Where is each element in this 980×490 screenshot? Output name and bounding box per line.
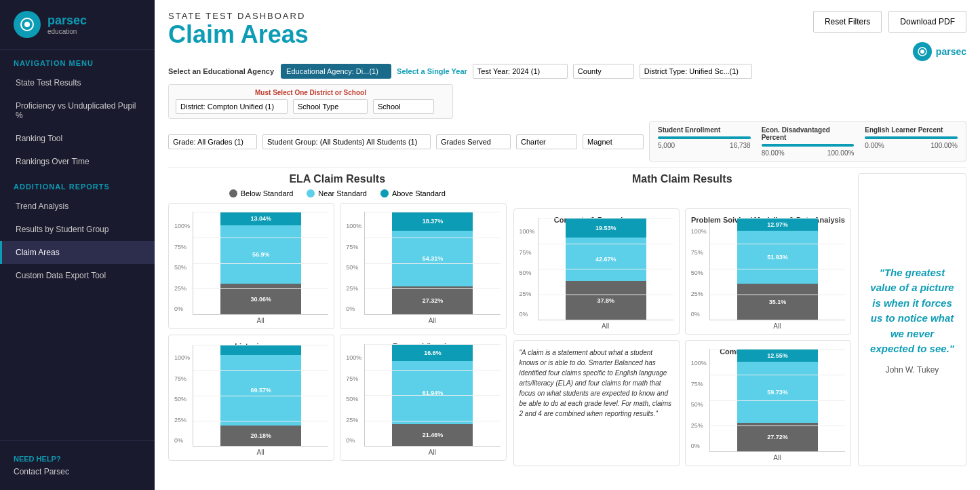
- research-bar-area: 21.46% 61.94% 16.6% All: [364, 354, 500, 456]
- comm-reasoning-chart: Communicating Reasoning 100%75%50%25%0%: [685, 340, 851, 466]
- research-chart: Research/Inquiry 100%75%50%25%0%: [340, 335, 506, 461]
- district-type-select[interactable]: District Type: Unified Sc...(1): [640, 64, 752, 79]
- brand-name: parsec: [47, 14, 87, 28]
- grid-line: [365, 421, 500, 421]
- listening-below-bar: 20.18%: [220, 426, 301, 446]
- sidebar-logo: parsec education: [0, 0, 155, 50]
- el-fill: [865, 136, 958, 139]
- agency-label: Select an Educational Agency: [168, 67, 274, 75]
- concepts-above-bar: 19.53%: [566, 218, 646, 238]
- grid-line: [538, 269, 673, 269]
- info-card: "A claim is a statement about what a stu…: [513, 340, 680, 466]
- grid-line: [365, 238, 500, 238]
- comm-reasoning-chart-body: 100%75%50%25%0% 27.72% 59.73%: [691, 360, 845, 461]
- district-select[interactable]: District: Compton Unified (1): [176, 99, 288, 114]
- grid-line-75: [193, 238, 328, 238]
- concepts-bar-area: 37.8% 42.67% 19.53% All: [538, 228, 673, 330]
- concepts-y-axis: 100%75%50%25%0%: [520, 228, 538, 330]
- school-type-select[interactable]: School Type: [293, 99, 368, 114]
- econ-slider-group: Econ. Disadvantaged Percent 80.00% 100.0…: [762, 126, 855, 157]
- grid-line: [365, 344, 500, 345]
- listening-near-bar: 69.57%: [220, 355, 301, 426]
- charter-select[interactable]: Charter: [516, 134, 577, 149]
- writing-y-axis: 100%75%50%25%0%: [346, 223, 364, 324]
- student-group-select[interactable]: Student Group: (All Students) All Studen…: [262, 134, 431, 149]
- writing-near-bar: 54.31%: [392, 231, 473, 286]
- el-values: 0.00% 100.00%: [865, 142, 958, 149]
- sidebar: parsec education NAVIGATION MENU State T…: [0, 0, 155, 490]
- download-pdf-button[interactable]: Download PDF: [888, 11, 966, 33]
- magnet-select[interactable]: Magnet: [583, 134, 644, 149]
- research-below-bar: 21.46%: [392, 424, 473, 446]
- problem-solving-below-bar: 35.1%: [737, 284, 818, 320]
- legend: Below Standard Near Standard Above Stand…: [168, 189, 507, 197]
- legend-dot-below: [229, 189, 237, 197]
- comm-reasoning-below-bar: 27.72%: [737, 423, 818, 451]
- sidebar-item-ranking[interactable]: Ranking Tool: [0, 127, 155, 150]
- problem-solving-x-label: All: [709, 322, 845, 330]
- grid-line: [710, 426, 845, 426]
- research-y-axis: 100%75%50%25%0%: [346, 354, 364, 456]
- info-text: "A claim is a statement about what a stu…: [520, 349, 672, 417]
- year-select[interactable]: Test Year: 2024 (1): [473, 64, 568, 79]
- problem-solving-chart-body: 100%75%50%25%0% 35.1% 51.93%: [691, 228, 845, 330]
- school-select[interactable]: School: [373, 99, 434, 114]
- grid-line: [710, 218, 845, 219]
- concepts-x-label: All: [538, 322, 673, 330]
- listening-chart: Listening 100%75%50%25%0%: [168, 335, 334, 461]
- math-charts-grid: Concepts & Procedures 100%75%50%25%0%: [513, 208, 852, 466]
- grid-line: [365, 263, 500, 264]
- grid-line-25: [193, 288, 328, 289]
- filters-area: Select an Educational Agency Educational…: [168, 64, 966, 168]
- sidebar-item-custom-export[interactable]: Custom Data Export Tool: [0, 264, 155, 287]
- agency-select[interactable]: Educational Agency: Di...(1): [281, 64, 391, 79]
- problem-solving-bar-area: 35.1% 51.93% 12.97% All: [709, 228, 845, 330]
- sidebar-bottom: NEED HELP? Contact Parsec: [0, 440, 155, 490]
- page-title: Claim Areas: [168, 21, 309, 48]
- writing-chart: Writing 100%75%50%25%0%: [340, 203, 506, 329]
- reading-y-axis: 100%75%50%25%0%: [174, 223, 193, 324]
- grid-line: [710, 269, 845, 269]
- brand-sub: education: [47, 28, 87, 35]
- concepts-near-bar: 42.67%: [566, 238, 646, 281]
- grid-line: [193, 421, 328, 421]
- sidebar-item-claim-areas[interactable]: Claim Areas: [0, 241, 155, 264]
- contact-link[interactable]: Contact Parsec: [14, 467, 141, 476]
- grades-served-select[interactable]: Grades Served: [436, 134, 511, 149]
- reading-above-bar: 13.04%: [220, 212, 301, 225]
- listening-x-label: All: [193, 449, 328, 456]
- reading-bar-container: 30.06% 56.9% 13.04%: [193, 212, 328, 315]
- econ-values: 80.00% 100.00%: [762, 149, 855, 157]
- reset-filters-button[interactable]: Reset Filters: [813, 11, 882, 33]
- filters-row-1: Select an Educational Agency Educational…: [168, 64, 966, 119]
- grid-line: [710, 375, 845, 375]
- quote-text: "The greatest value of a picture is when…: [869, 265, 955, 357]
- math-title: Math Claim Results: [513, 173, 852, 185]
- quote-column: "The greatest value of a picture is when…: [858, 173, 966, 466]
- problem-solving-near-bar: 51.93%: [737, 231, 818, 284]
- concepts-bar-container: 37.8% 42.67% 19.53%: [538, 218, 673, 320]
- math-section: Math Claim Results Concepts & Procedures…: [513, 173, 852, 466]
- comm-reasoning-above-bar: 12.55%: [737, 349, 818, 362]
- sidebar-item-trend[interactable]: Trend Analysis: [0, 195, 155, 218]
- quote-card: "The greatest value of a picture is when…: [858, 173, 966, 466]
- county-select[interactable]: County: [573, 64, 634, 79]
- grid-line: [538, 218, 673, 219]
- econ-track: [762, 144, 855, 147]
- sidebar-item-state-test[interactable]: State Test Results: [0, 71, 155, 94]
- sidebar-item-student-group[interactable]: Results by Student Group: [0, 218, 155, 241]
- concepts-chart: Concepts & Procedures 100%75%50%25%0%: [513, 208, 680, 335]
- header: STATE TEST DASHBOARD Claim Areas Reset F…: [168, 11, 966, 61]
- grade-select[interactable]: Grade: All Grades (1): [168, 134, 257, 149]
- sidebar-item-proficiency[interactable]: Proficiency vs Unduplicated Pupil %: [0, 94, 155, 127]
- writing-chart-body: 100%75%50%25%0% 27.32% 54.31%: [346, 223, 500, 324]
- comm-reasoning-bar-container: 27.72% 59.73% 12.55%: [709, 349, 845, 452]
- sidebar-item-rankings-time[interactable]: Rankings Over Time: [0, 150, 155, 173]
- filters-row-2: Grade: All Grades (1) Student Group: (Al…: [168, 121, 966, 162]
- research-near-bar: 61.94%: [392, 361, 473, 424]
- grid-line: [710, 295, 845, 295]
- enrollment-fill: [658, 136, 751, 139]
- listening-y-axis: 100%75%50%25%0%: [174, 354, 193, 456]
- el-track: [865, 136, 958, 139]
- legend-dot-near: [307, 189, 315, 197]
